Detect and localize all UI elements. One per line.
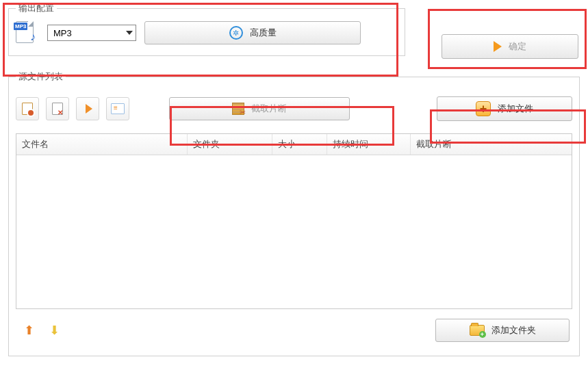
add-folder-label: 添加文件夹 <box>491 324 536 336</box>
folder-add-icon <box>470 325 485 336</box>
source-file-list-group: 源文件列表 截取片断 + 添加文件 文件名 文件夹 大小 持续时间 截取片断 ⬆… <box>8 77 580 356</box>
col-duration[interactable]: 持续时间 <box>327 134 411 155</box>
confirm-button[interactable]: 确定 <box>442 34 578 59</box>
play-button[interactable] <box>76 97 99 120</box>
table-body[interactable] <box>16 155 572 308</box>
col-folder[interactable]: 文件夹 <box>188 134 272 155</box>
output-config-group: 输出配置 MP3 ♪ MP3 高质量 <box>8 8 405 56</box>
output-config-legend: 输出配置 <box>16 2 57 14</box>
clear-list-button[interactable] <box>46 97 69 120</box>
quality-button-label: 高质量 <box>250 27 277 39</box>
source-file-list-legend: 源文件列表 <box>16 70 66 83</box>
arrow-right-icon <box>494 41 502 52</box>
clip-segment-label: 截取片断 <box>251 103 287 115</box>
table-header: 文件名 文件夹 大小 持续时间 截取片断 <box>16 134 572 155</box>
format-select-value: MP3 <box>53 28 72 38</box>
format-select[interactable]: MP3 <box>47 25 136 41</box>
col-filename[interactable]: 文件名 <box>16 134 188 155</box>
properties-button[interactable] <box>106 97 129 120</box>
plus-icon: + <box>476 101 491 116</box>
remove-file-button[interactable] <box>16 97 39 120</box>
film-cut-icon <box>232 103 244 115</box>
file-table: 文件名 文件夹 大小 持续时间 截取片断 <box>16 133 572 309</box>
mp3-file-icon: MP3 ♪ <box>16 21 39 44</box>
gear-circle-icon <box>229 26 243 40</box>
col-clip[interactable]: 截取片断 <box>411 134 572 155</box>
quality-button[interactable]: 高质量 <box>144 21 361 44</box>
add-folder-button[interactable]: 添加文件夹 <box>435 319 570 342</box>
chevron-down-icon <box>126 31 133 35</box>
move-down-button[interactable]: ⬇ <box>49 323 60 338</box>
add-file-button[interactable]: + 添加文件 <box>437 96 572 121</box>
move-up-button[interactable]: ⬆ <box>24 323 34 338</box>
clip-segment-button[interactable]: 截取片断 <box>169 97 350 120</box>
add-file-label: 添加文件 <box>498 103 533 115</box>
confirm-button-label: 确定 <box>509 40 526 53</box>
col-size[interactable]: 大小 <box>272 134 327 155</box>
